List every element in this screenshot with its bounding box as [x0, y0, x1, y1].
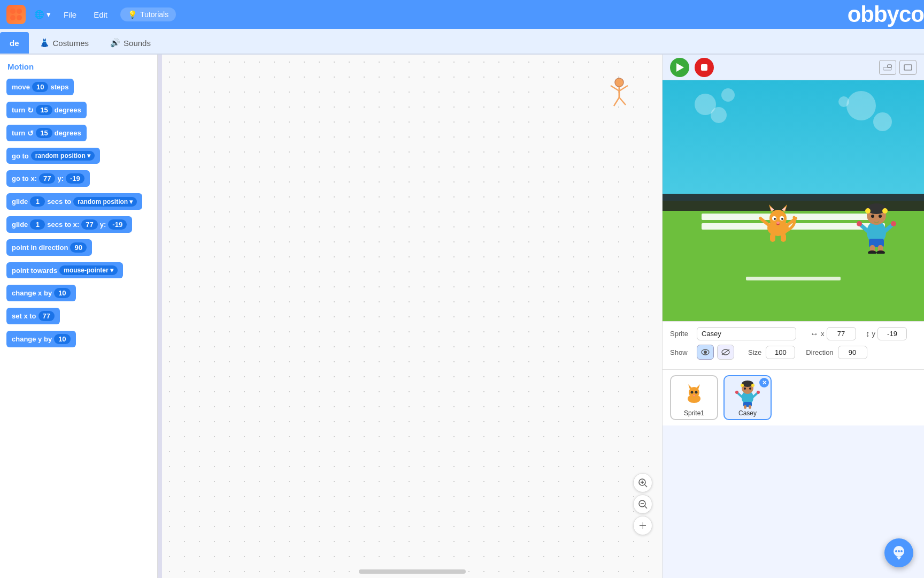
show-hidden-button[interactable]	[717, 345, 734, 360]
block-turn-ccw-value[interactable]: 15	[36, 128, 52, 138]
layout-full-button[interactable]	[899, 60, 917, 75]
block-glide-rnd-value[interactable]: 1	[30, 196, 45, 207]
svg-point-25	[769, 210, 787, 227]
block-move-post: steps	[50, 83, 68, 91]
sprite1-image	[681, 381, 707, 408]
block-move[interactable]: move 10 steps	[6, 79, 74, 95]
block-change-x[interactable]: change x by 10	[6, 285, 76, 301]
sprite-name-input[interactable]	[697, 327, 796, 340]
block-move-value[interactable]: 10	[32, 82, 48, 92]
bg-dot-5	[873, 112, 892, 131]
zoom-reset-button[interactable]	[633, 516, 652, 535]
block-go-xy-y[interactable]: -19	[66, 173, 84, 184]
stage-layout-controls	[879, 60, 917, 75]
tab-code[interactable]: de	[0, 32, 29, 54]
svg-rect-36	[781, 233, 786, 242]
tabs-bar: de 👗 Costumes 🔊 Sounds	[0, 29, 924, 55]
block-glide-rnd-pre: glide	[12, 197, 28, 206]
dot-grid-background	[162, 55, 662, 578]
svg-line-37	[760, 218, 769, 225]
block-turn-cw[interactable]: turn ↻ 15 degrees	[6, 102, 87, 118]
svg-line-9	[619, 97, 626, 105]
block-change-x-pre: change x by	[12, 289, 52, 297]
svg-rect-75	[749, 405, 751, 409]
block-turn-cw-value[interactable]: 15	[36, 105, 52, 115]
svg-point-3	[17, 15, 22, 20]
block-move-pre: move	[12, 83, 30, 91]
svg-point-79	[757, 391, 760, 394]
tab-costumes[interactable]: 👗 Costumes	[29, 32, 100, 54]
block-glide-xy-y[interactable]: -19	[108, 219, 127, 230]
svg-line-13	[645, 485, 647, 487]
block-go-xy-x[interactable]: 77	[39, 173, 55, 184]
block-glide-rnd-dropdown[interactable]: random position ▾	[73, 197, 137, 207]
green-flag-button[interactable]	[670, 58, 689, 77]
block-turn-cw-pre: turn	[12, 106, 25, 114]
block-row-set-x: set x to 77	[0, 305, 157, 328]
app-logo	[6, 5, 26, 24]
block-point-towards[interactable]: point towards mouse-pointer ▾	[6, 262, 123, 278]
block-turn-ccw-post: degrees	[55, 129, 81, 137]
svg-point-70	[751, 384, 754, 387]
block-go-to-dropdown[interactable]: random position ▾	[31, 151, 95, 161]
layout-full-icon	[904, 64, 912, 71]
block-go-xy[interactable]: go to x: 77 y: -19	[6, 170, 90, 187]
blocks-panel: Motion move 10 steps turn ↻ 15 degrees t…	[0, 55, 158, 578]
block-glide-xy-value[interactable]: 1	[30, 219, 45, 230]
show-size-row: Show Si	[670, 345, 917, 360]
block-point-towards-dropdown[interactable]: mouse-pointer ▾	[59, 265, 117, 275]
block-glide-xy-x[interactable]: 77	[81, 219, 97, 230]
block-change-x-value[interactable]: 10	[54, 288, 70, 298]
svg-point-54	[891, 221, 896, 226]
file-menu[interactable]: File	[59, 8, 81, 21]
block-glide-rnd[interactable]: glide 1 secs to random position ▾	[6, 193, 142, 210]
block-change-y-value[interactable]: 10	[54, 334, 70, 344]
cat-sprite-stage	[754, 196, 802, 244]
sprite-thumb-casey[interactable]: ✕	[723, 375, 772, 420]
block-glide-xy-ylabel: y:	[100, 220, 106, 229]
stop-button[interactable]	[695, 58, 714, 77]
svg-point-65	[693, 395, 695, 397]
tab-sounds-label: Sounds	[124, 39, 151, 48]
block-go-xy-pre: go to x:	[12, 174, 37, 182]
block-point-dir-value[interactable]: 90	[70, 242, 86, 253]
panel-separator[interactable]	[158, 55, 162, 578]
tab-sounds[interactable]: 🔊 Sounds	[99, 32, 161, 54]
sprite-label: Sprite	[670, 330, 691, 338]
y-arrows-icon: ↕	[866, 329, 870, 339]
block-go-to[interactable]: go to random position ▾	[6, 148, 100, 164]
block-set-x[interactable]: set x to 77	[6, 308, 60, 324]
block-row-glide-rnd: glide 1 secs to random position ▾	[0, 190, 157, 213]
block-turn-ccw[interactable]: turn ↺ 15 degrees	[6, 125, 87, 141]
sprite-thumb-sprite1[interactable]: Sprite1	[670, 375, 718, 420]
show-buttons	[697, 345, 734, 360]
x-coord-input[interactable]	[827, 327, 856, 340]
size-direction-group: Size Direction	[748, 346, 867, 359]
x-arrows-icon: ↔	[810, 329, 819, 339]
block-set-x-value[interactable]: 77	[38, 311, 55, 321]
svg-point-42	[865, 208, 871, 214]
chatbot-button[interactable]	[884, 538, 913, 567]
block-glide-xy[interactable]: glide 1 secs to x: 77 y: -19	[6, 216, 132, 233]
horizontal-scrollbar[interactable]	[359, 569, 466, 574]
block-go-to-pre: go to	[12, 152, 29, 160]
svg-marker-19	[676, 63, 684, 72]
y-coord-input[interactable]	[877, 327, 907, 340]
block-change-y[interactable]: change y by 10	[6, 331, 76, 347]
svg-point-83	[900, 550, 903, 552]
svg-point-1	[17, 9, 22, 14]
edit-menu[interactable]: Edit	[89, 8, 112, 21]
direction-input[interactable]	[838, 346, 867, 359]
zoom-out-button[interactable]	[633, 495, 652, 514]
size-input[interactable]	[766, 346, 795, 359]
zoom-in-button[interactable]	[633, 473, 652, 492]
sprite-name-row: Sprite ↔ x ↕ y	[670, 327, 917, 340]
show-visible-button[interactable]	[697, 345, 714, 360]
tutorials-btn[interactable]: 💡 Tutorials	[120, 7, 176, 21]
layout-small-button[interactable]	[879, 60, 896, 75]
sprite-casey-close-button[interactable]: ✕	[759, 378, 769, 387]
scripting-area[interactable]	[162, 55, 662, 578]
block-point-dir[interactable]: point in direction 90	[6, 239, 92, 256]
language-selector[interactable]: 🌐 ▾	[34, 10, 51, 19]
x-coord-group: ↔ x	[810, 327, 856, 340]
